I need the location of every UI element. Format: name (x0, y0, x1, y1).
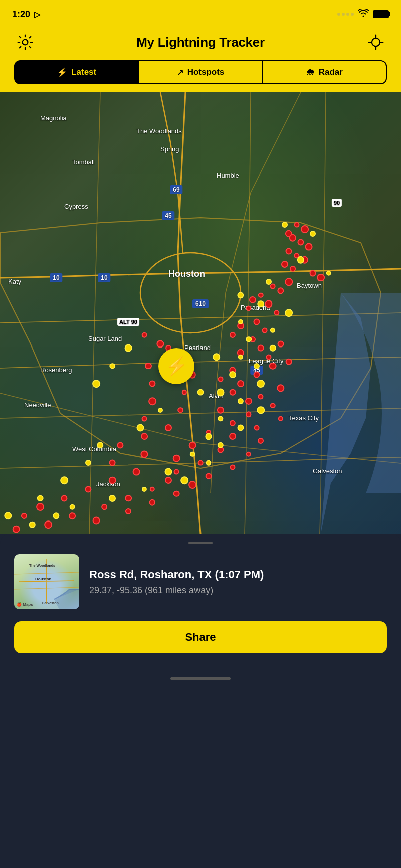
battery-icon (373, 10, 389, 18)
location-thumbnail: The Woodlands Houston Galveston 🍎 Maps (14, 554, 79, 609)
page-title: My Lightning Tracker (136, 35, 265, 50)
settings-button[interactable] (14, 31, 36, 53)
sheet-handle (188, 542, 213, 544)
tab-latest[interactable]: ⚡ Latest (14, 60, 139, 84)
status-bar: 1:20 ▷ (0, 0, 401, 26)
location-detail: The Woodlands Houston Galveston 🍎 Maps R… (14, 554, 387, 609)
map-roads (0, 92, 401, 534)
svg-text:Houston: Houston (35, 577, 52, 581)
map-view[interactable]: The WoodlandsMagnoliaTomballSpringHumble… (0, 92, 401, 534)
status-indicators (337, 9, 389, 20)
apple-maps-label: 🍎 Maps (17, 602, 33, 607)
status-time: 1:20 (12, 9, 30, 20)
svg-text:The Woodlands: The Woodlands (29, 564, 55, 567)
home-indicator (0, 669, 401, 687)
location-coordinates: 29.37, -95.36 (961 miles away) (89, 585, 387, 596)
tab-hotspots[interactable]: ↗ Hotspots (139, 60, 263, 84)
crosshair-icon (367, 33, 385, 51)
svg-point-0 (23, 40, 28, 45)
svg-text:Galveston: Galveston (42, 601, 59, 605)
location-info: Ross Rd, Rosharon, TX (1:07 PM) 29.37, -… (89, 568, 387, 596)
lightning-tab-icon: ⚡ (57, 67, 67, 78)
wifi-icon (358, 9, 369, 20)
status-time-area: 1:20 ▷ (12, 9, 40, 20)
share-label: Share (185, 631, 216, 644)
locate-button[interactable] (365, 31, 387, 53)
location-name: Ross Rd, Rosharon, TX (1:07 PM) (89, 568, 387, 582)
header: My Lightning Tracker (0, 26, 401, 60)
gear-icon (16, 33, 34, 51)
tab-hotspots-label: Hotspots (187, 67, 225, 77)
bottom-sheet: The Woodlands Houston Galveston 🍎 Maps R… (0, 534, 401, 669)
tab-bar: ⚡ Latest ↗ Hotspots 🌧 Radar (0, 60, 401, 92)
share-button[interactable]: Share (14, 621, 387, 653)
tab-latest-label: Latest (71, 67, 96, 77)
location-icon: ▷ (34, 10, 40, 19)
tab-radar-label: Radar (319, 67, 343, 77)
svg-point-1 (372, 38, 380, 46)
thumbnail-roads: The Woodlands Houston Galveston (14, 554, 79, 609)
hotspots-tab-icon: ↗ (177, 68, 183, 77)
tab-radar[interactable]: 🌧 Radar (263, 60, 387, 84)
radar-tab-icon: 🌧 (306, 67, 315, 77)
home-bar (170, 677, 231, 680)
signal-icon (337, 13, 354, 16)
